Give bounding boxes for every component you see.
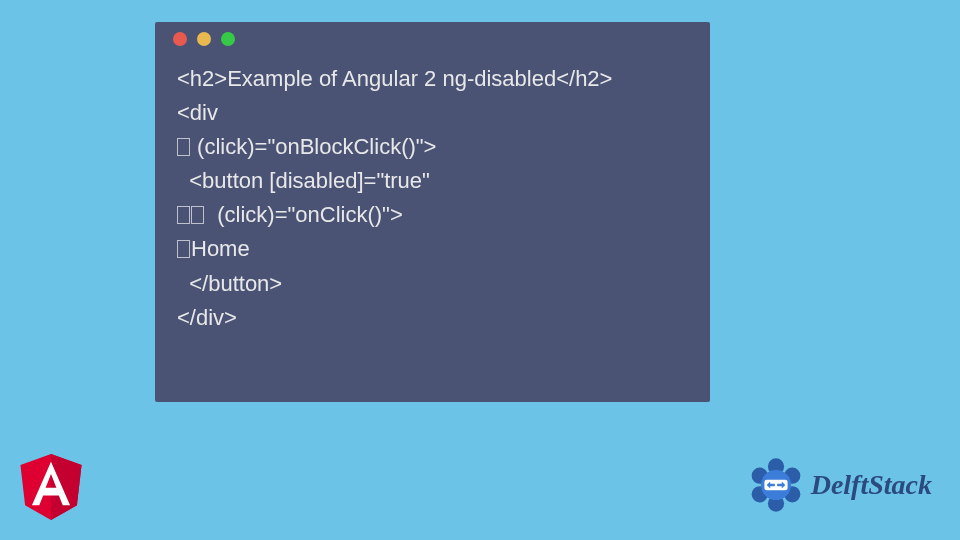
code-line-8: </div> bbox=[177, 305, 237, 330]
code-line-1: <h2>Example of Angular 2 ng-disabled</h2… bbox=[177, 66, 612, 91]
code-window: <h2>Example of Angular 2 ng-disabled</h2… bbox=[155, 22, 710, 402]
window-titlebar bbox=[155, 22, 710, 56]
code-line-5: (click)="onClick()"> bbox=[177, 202, 403, 227]
delftstack-logo: DelftStack bbox=[747, 456, 932, 514]
delftstack-brand-text: DelftStack bbox=[811, 469, 932, 501]
close-icon bbox=[173, 32, 187, 46]
angular-logo-icon bbox=[20, 454, 82, 520]
minimize-icon bbox=[197, 32, 211, 46]
code-content: <h2>Example of Angular 2 ng-disabled</h2… bbox=[155, 56, 710, 345]
code-line-4: <button [disabled]="true" bbox=[177, 168, 430, 193]
code-line-2: <div bbox=[177, 100, 218, 125]
code-line-6: Home bbox=[177, 236, 250, 261]
maximize-icon bbox=[221, 32, 235, 46]
code-line-3: (click)="onBlockClick()"> bbox=[177, 134, 436, 159]
svg-marker-1 bbox=[51, 454, 82, 520]
code-line-7: </button> bbox=[177, 271, 282, 296]
delftstack-badge-icon bbox=[747, 456, 805, 514]
